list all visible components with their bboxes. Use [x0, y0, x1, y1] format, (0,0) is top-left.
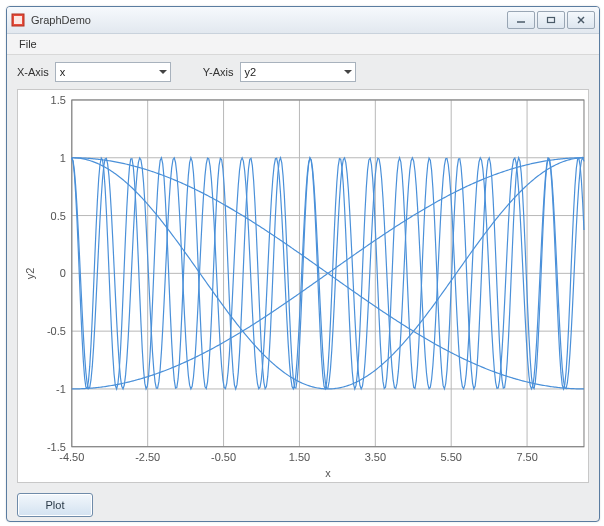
- menu-file[interactable]: File: [13, 36, 43, 52]
- yaxis-select[interactable]: y2: [240, 62, 356, 82]
- footer: Plot: [7, 489, 599, 521]
- svg-text:-1.5: -1.5: [47, 441, 66, 453]
- svg-text:3.50: 3.50: [365, 451, 386, 463]
- maximize-button[interactable]: [537, 11, 565, 29]
- svg-text:x: x: [325, 467, 331, 479]
- svg-text:-1: -1: [56, 383, 66, 395]
- svg-text:-2.50: -2.50: [135, 451, 160, 463]
- menubar: File: [7, 34, 599, 55]
- svg-text:-0.50: -0.50: [211, 451, 236, 463]
- chevron-down-icon: [159, 70, 167, 74]
- xaxis-select[interactable]: x: [55, 62, 171, 82]
- window-title: GraphDemo: [31, 14, 507, 26]
- app-window: GraphDemo File X-Axis x: [6, 6, 600, 522]
- svg-text:0.5: 0.5: [51, 210, 66, 222]
- chevron-down-icon: [344, 70, 352, 74]
- svg-text:0: 0: [60, 267, 66, 279]
- svg-text:1.50: 1.50: [289, 451, 310, 463]
- svg-rect-3: [548, 18, 555, 23]
- svg-text:1.5: 1.5: [51, 94, 66, 106]
- svg-text:5.50: 5.50: [441, 451, 462, 463]
- axis-toolbar: X-Axis x Y-Axis y2: [7, 55, 599, 89]
- svg-text:y2: y2: [24, 268, 36, 280]
- close-button[interactable]: [567, 11, 595, 29]
- xaxis-value: x: [60, 66, 66, 78]
- svg-text:-0.5: -0.5: [47, 325, 66, 337]
- yaxis-value: y2: [245, 66, 257, 78]
- chart-area: -4.50-2.50-0.501.503.505.507.50-1.5-1-0.…: [17, 89, 589, 483]
- app-icon: [11, 13, 25, 27]
- yaxis-label: Y-Axis: [203, 66, 234, 78]
- titlebar: GraphDemo: [7, 7, 599, 34]
- svg-text:7.50: 7.50: [516, 451, 537, 463]
- minimize-button[interactable]: [507, 11, 535, 29]
- plot-button[interactable]: Plot: [17, 493, 93, 517]
- line-chart: -4.50-2.50-0.501.503.505.507.50-1.5-1-0.…: [18, 90, 588, 483]
- svg-text:1: 1: [60, 152, 66, 164]
- svg-rect-1: [14, 16, 22, 24]
- xaxis-label: X-Axis: [17, 66, 49, 78]
